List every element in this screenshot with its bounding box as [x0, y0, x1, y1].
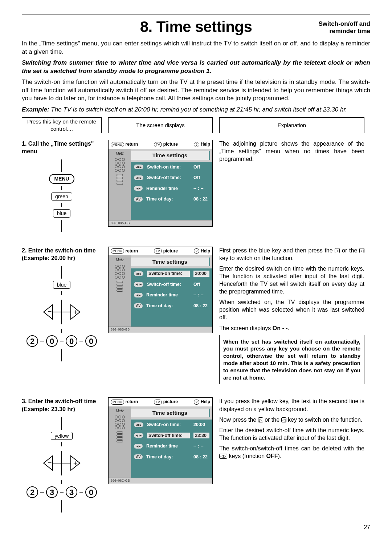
example-text: The TV is to switch itself on at 20:00 h…: [51, 106, 347, 113]
svg-text:+: +: [73, 459, 77, 467]
page-number: 27: [22, 523, 370, 531]
row-switch-on: ◂●▸Switch-on time:Off: [134, 164, 209, 170]
yellow-key[interactable]: yellow: [51, 432, 73, 440]
right-arrow-icon: ▷: [335, 248, 340, 253]
example-label: Example:: [22, 106, 49, 113]
step-1-row: 1. Call the „Time settings" menu MENU gr…: [22, 140, 370, 232]
screen-title: Time settings: [131, 151, 210, 160]
col-header-screen: The screen displays: [108, 117, 213, 133]
svg-text:–: –: [48, 308, 52, 315]
step3-title: 3. Enter the switch-off time (Example: 2…: [22, 397, 102, 413]
step1-explain-text: The adjoining picture shows the appearan…: [219, 140, 364, 163]
dpad[interactable]: – +: [40, 449, 83, 478]
left-arrow-icon: ◁: [281, 417, 286, 422]
step2-explain: First press the blue key and then press …: [219, 247, 364, 385]
row-switch-off: ◂○▸Switch-off time:23:30: [134, 433, 209, 439]
row-time-of-day: AVTime of day:08 : 22: [134, 196, 209, 202]
row-switch-on: ◂●▸Switch-on time:20:00: [134, 271, 209, 277]
page-subtitle: Switch-on/off and reminder time: [290, 20, 370, 35]
column-headers: Press this key on the remote control....…: [22, 117, 370, 133]
step1-screen: MENUreturn TVpicture ?Help Metz Time set…: [108, 140, 213, 227]
step3-remote: 3. Enter the switch-off time (Example: 2…: [22, 397, 102, 513]
screen-help: ?Help: [194, 142, 210, 147]
blue-key[interactable]: blue: [53, 209, 70, 217]
intro-p2: Switching from summer time to winter tim…: [22, 59, 370, 75]
step2-remote: 2. Enter the switch-on time (Example: 20…: [22, 247, 102, 362]
title-row: 8. Time settings Switch-on/off and remin…: [22, 17, 370, 37]
step1-remote: 1. Call the „Time settings" menu MENU gr…: [22, 140, 102, 232]
svg-text:+: +: [73, 308, 77, 316]
right-arrow-icon: ▷: [258, 417, 263, 422]
intro-block: In the „Time settings" menu, you can ent…: [22, 40, 370, 114]
step-3-row: 3. Enter the switch-off time (Example: 2…: [22, 397, 370, 513]
digits-2330[interactable]: 2 3 3 0: [26, 486, 97, 498]
dpad[interactable]: – +: [40, 297, 83, 327]
remote-drawing: Metz: [109, 149, 131, 220]
step-2-row: 2. Enter the switch-on time (Example: 20…: [22, 247, 370, 385]
intro-p1: In the „Time settings" menu, you can ent…: [22, 40, 370, 56]
blue-key[interactable]: blue: [53, 281, 70, 289]
screen-footer: 696+08A-GB: [109, 220, 212, 226]
safety-note: When the set has switched itself on auto…: [219, 335, 364, 385]
screen-return: MENUreturn: [111, 142, 138, 147]
step3-explain: If you press the yellow key, the text in…: [219, 397, 364, 463]
green-key[interactable]: green: [51, 193, 72, 200]
step2-title: 2. Enter the switch-on time (Example: 20…: [22, 247, 102, 262]
row-switch-off: ◂○▸Switch-off time:Off: [134, 175, 209, 181]
screen-picture: TVpicture: [154, 142, 178, 147]
menu-key[interactable]: MENU: [49, 174, 74, 183]
col-header-remote: Press this key on the remote control....: [22, 117, 102, 133]
svg-text:–: –: [48, 459, 52, 466]
row-reminder: ●▸Reminder time-- : --: [134, 186, 209, 192]
left-arrow-icon: ◁: [359, 248, 364, 253]
intro-p3: The switch-on time function will automat…: [22, 78, 370, 102]
digits-2000[interactable]: 2 0 0 0: [26, 335, 97, 347]
step2-screen: MENUreturn TVpicture ?Help Metz Time set…: [108, 247, 213, 333]
step3-screen: MENUreturn TVpicture ?Help Metz Time set…: [108, 397, 213, 484]
step1-explain: The adjoining picture shows the appearan…: [219, 140, 364, 166]
col-header-explain: Explanation: [219, 117, 364, 133]
step1-title: 1. Call the „Time settings" menu: [22, 140, 102, 155]
intro-example: Example: The TV is to switch itself on a…: [22, 106, 370, 114]
leftright-arrow-icon: ◁▷: [219, 454, 227, 459]
